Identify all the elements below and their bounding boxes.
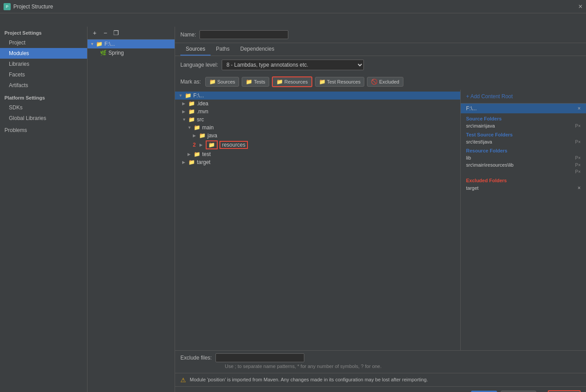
project-settings-title: Project Settings: [0, 27, 87, 37]
sidebar: Project Settings Project Modules Librari…: [0, 27, 88, 392]
copy-module-button[interactable]: ❐: [112, 28, 120, 37]
idea-arrow: ▶: [182, 101, 187, 106]
root-arrow: ▼: [179, 93, 183, 98]
ftree-java-label: java: [207, 132, 217, 139]
mvn-folder-icon: 📁: [188, 108, 195, 115]
content-root-close-button[interactable]: ×: [578, 105, 581, 112]
mark-tests-label: Tests: [254, 79, 265, 84]
ftree-main[interactable]: ▼ 📁 main: [175, 124, 460, 132]
resources-folder-item-icon: 📁: [206, 140, 218, 149]
resource-folders-header: Resource Folders: [461, 145, 586, 154]
warning-bar: ⚠ Module 'position' is imported from Mav…: [175, 373, 586, 386]
ftree-resources[interactable]: 2 ▶ 📁 resources: [175, 140, 460, 150]
mvn-arrow: ▶: [182, 109, 187, 114]
exclude-files-input[interactable]: [215, 353, 304, 362]
mark-as-resources-button[interactable]: 📁 Resources: [272, 76, 312, 87]
content-root-label: F:\...: [466, 105, 477, 112]
excluded-folder-path: target ×: [461, 184, 586, 192]
mark-sources-label: Sources: [217, 79, 235, 84]
mark-as-test-resources-button[interactable]: 📁 Test Resources: [315, 77, 365, 87]
java-arrow: ▶: [193, 133, 197, 138]
test-source-folder-path: src\test\java P×: [461, 138, 586, 145]
resource-path-1-edit-button[interactable]: P×: [575, 156, 581, 160]
apply-button[interactable]: Apply: [548, 390, 581, 392]
sidebar-item-facets[interactable]: Facets: [0, 69, 87, 80]
mark-as-sources-button[interactable]: 📁 Sources: [205, 77, 239, 87]
tests-folder-icon: 📁: [246, 79, 252, 85]
ftree-idea[interactable]: ▶ 📁 .idea: [175, 100, 460, 108]
content-root-item: F:\... ×: [461, 104, 586, 113]
ftree-root[interactable]: ▼ 📁 F:\...: [175, 92, 460, 100]
ftree-target[interactable]: ▶ 📁 target: [175, 158, 460, 166]
platform-settings-title: Platform Settings: [0, 91, 87, 102]
sidebar-item-libraries[interactable]: Libraries: [0, 59, 87, 69]
main-arrow: ▼: [187, 125, 192, 130]
tab-dependencies[interactable]: Dependencies: [235, 43, 280, 56]
warning-text: Module 'position' is imported from Maven…: [190, 376, 428, 384]
mark-as-tests-button[interactable]: 📁 Tests: [242, 77, 269, 87]
content-area: Name: Sources Paths Dependencies Languag…: [175, 27, 586, 392]
resource-path-1: lib P×: [461, 154, 586, 161]
resource-path-3-edit-button[interactable]: P×: [575, 169, 581, 174]
module-tree-area: + − ❐ ▼ 📁 F:\... 🌿 Spring: [88, 27, 175, 392]
ftree-resources-label: resources: [219, 141, 248, 149]
tab-paths[interactable]: Paths: [211, 43, 235, 56]
mark-as-bar: Mark as: 📁 Sources 📁 Tests 📁 Resources 📁…: [175, 74, 586, 90]
title-bar: P Project Structure ×: [0, 0, 586, 13]
excluded-path-remove-button[interactable]: ×: [578, 185, 581, 191]
mark-as-label: Mark as:: [180, 79, 201, 85]
ftree-src-label: src: [197, 116, 204, 123]
tree-spring-item[interactable]: 🌿 Spring: [88, 48, 175, 57]
test-source-folders-header: Test Source Folders: [461, 129, 586, 138]
name-label: Name:: [180, 32, 196, 38]
mark-as-excluded-button[interactable]: 🚫 Excluded: [367, 77, 403, 87]
idea-folder-icon: 📁: [188, 100, 195, 107]
tree-expand-arrow: ▼: [90, 42, 94, 46]
ftree-java[interactable]: ▶ 📁 java: [175, 132, 460, 140]
name-input[interactable]: [199, 30, 288, 39]
sidebar-item-artifacts[interactable]: Artifacts: [0, 80, 87, 91]
ftree-src[interactable]: ▼ 📁 src: [175, 116, 460, 124]
close-button[interactable]: ×: [578, 3, 582, 11]
ftree-mvn-label: .mvn: [197, 108, 208, 115]
remove-module-button[interactable]: −: [101, 28, 110, 37]
tree-root-label: F:\...: [104, 41, 115, 47]
window-title: Project Structure: [13, 4, 53, 10]
ftree-mvn[interactable]: ▶ 📁 .mvn: [175, 108, 460, 116]
sidebar-item-sdks[interactable]: SDKs: [0, 102, 87, 113]
sidebar-item-project[interactable]: Project: [0, 37, 87, 48]
exclude-files-hint: Use ; to separate name patterns, * for a…: [180, 362, 581, 370]
ftree-idea-label: .idea: [197, 100, 208, 107]
root-folder-icon: 📁: [185, 92, 191, 99]
test-path-edit-button[interactable]: P×: [575, 140, 581, 144]
test-folder-icon: 📁: [194, 151, 200, 157]
action-bar: 4 OK Cancel 3 Apply https://blog.csdn.ne…: [175, 386, 586, 392]
add-content-root-button[interactable]: + Add Content Root: [461, 90, 586, 104]
src-folder-icon: 📁: [188, 116, 195, 123]
mark-test-resources-label: Test Resources: [327, 79, 361, 84]
file-tree: ▼ 📁 F:\... ▶ 📁 .idea ▶ 📁 .mvn: [175, 90, 460, 350]
tab-bar: Sources Paths Dependencies: [175, 43, 586, 56]
language-level-select[interactable]: 8 - Lambdas, type annotations etc. 11 - …: [222, 60, 364, 70]
resources-arrow: ▶: [199, 143, 204, 147]
ftree-root-label: F:\...: [193, 92, 204, 99]
name-bar: Name:: [175, 27, 586, 43]
add-module-button[interactable]: +: [90, 28, 99, 37]
sidebar-item-problems[interactable]: Problems: [0, 124, 87, 137]
exclude-files-label: Exclude files:: [180, 355, 212, 361]
test-resources-folder-icon: 📁: [319, 79, 326, 85]
ftree-test[interactable]: ▶ 📁 test: [175, 150, 460, 158]
ftree-main-label: main: [202, 124, 214, 131]
module-tree: ▼ 📁 F:\... 🌿 Spring: [88, 40, 175, 392]
tab-sources[interactable]: Sources: [180, 43, 211, 56]
java-folder-icon: 📁: [199, 132, 206, 139]
sidebar-item-global-libraries[interactable]: Global Libraries: [0, 113, 87, 124]
source-path-edit-button[interactable]: P×: [575, 124, 581, 128]
tree-root-item[interactable]: ▼ 📁 F:\...: [88, 40, 175, 48]
app-icon: P: [4, 3, 11, 10]
mark-resources-label: Resources: [284, 79, 308, 84]
spring-leaf-icon: 🌿: [100, 50, 107, 56]
resource-path-2-edit-button[interactable]: P×: [575, 163, 581, 168]
sidebar-item-modules[interactable]: Modules: [0, 48, 87, 59]
exclude-files-section: Exclude files: Use ; to separate name pa…: [175, 350, 586, 373]
